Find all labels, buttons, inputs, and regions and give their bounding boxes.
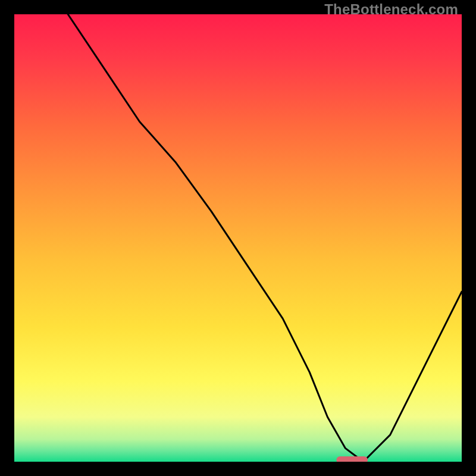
chart-frame: [14, 14, 462, 462]
bottleneck-chart: [14, 14, 462, 462]
optimal-zone-marker: [336, 456, 368, 462]
watermark-label: TheBottleneck.com: [324, 1, 458, 18]
chart-background: [14, 14, 462, 462]
